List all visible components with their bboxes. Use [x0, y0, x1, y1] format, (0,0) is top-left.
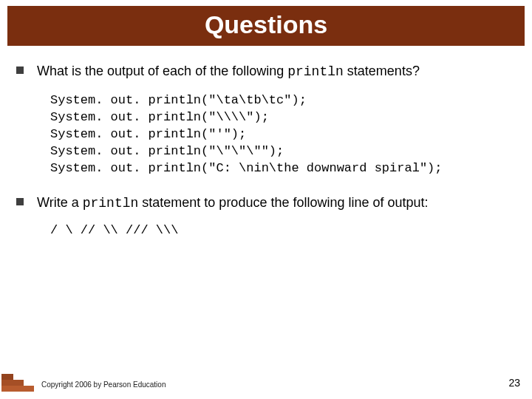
q1-pre: What is the output of each of the follow…	[37, 64, 287, 78]
slide: Questions What is the output of each of …	[0, 0, 532, 399]
podium-icon	[1, 371, 34, 392]
podium-step	[1, 380, 24, 386]
question-1-text: What is the output of each of the follow…	[37, 62, 420, 81]
question-2: Write a println statement to produce the…	[16, 194, 516, 212]
podium-step	[1, 374, 13, 380]
copyright-text: Copyright 2006 by Pearson Education	[41, 381, 166, 389]
slide-title: Questions	[0, 10, 532, 39]
content-area: What is the output of each of the follow…	[0, 58, 532, 239]
q1-mono: println	[287, 64, 344, 79]
bullet-icon	[16, 66, 24, 74]
question-1: What is the output of each of the follow…	[16, 62, 516, 81]
bullet-icon	[16, 198, 24, 205]
q2-post: statement to produce the following line …	[138, 195, 428, 210]
q2-mono: println	[83, 196, 139, 211]
output-block: / \ // \\ /// \\\	[50, 222, 516, 239]
footer: Copyright 2006 by Pearson Education 23	[0, 372, 532, 393]
code-block-1: System. out. println("\ta\tb\tc"); Syste…	[50, 92, 516, 177]
question-2-text: Write a println statement to produce the…	[37, 194, 429, 212]
q2-pre: Write a	[37, 195, 83, 210]
podium-step	[1, 386, 34, 392]
title-band: Questions	[0, 6, 532, 59]
page-number: 23	[508, 377, 520, 389]
q1-post: statements?	[344, 64, 420, 78]
